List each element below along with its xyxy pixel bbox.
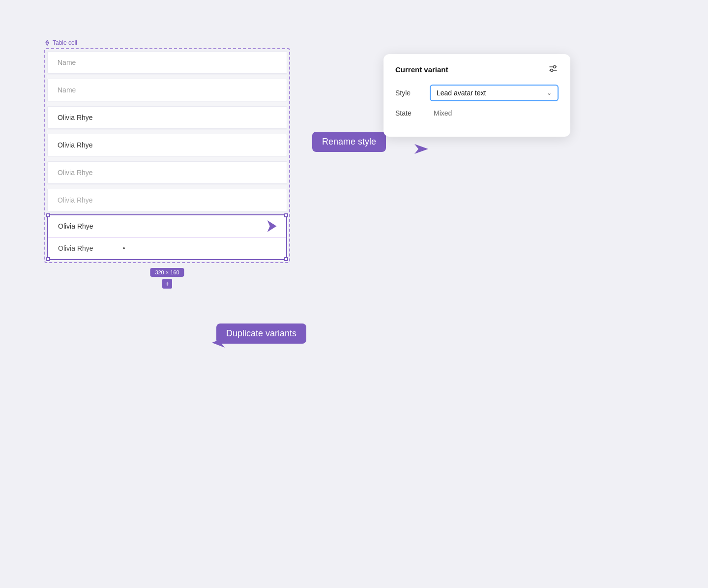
add-variant-button[interactable]: + bbox=[162, 279, 172, 289]
table-row: Name bbox=[47, 79, 287, 101]
state-label: State bbox=[395, 109, 430, 117]
selected-row-top: Olivia Rhye bbox=[48, 215, 286, 237]
row-spacer bbox=[47, 102, 287, 106]
svg-point-6 bbox=[551, 69, 553, 72]
panel-title: Current variant bbox=[395, 65, 448, 74]
table-cell-outline: Name Name Olivia Rhye Olivia Rhye Olivia… bbox=[44, 48, 290, 263]
style-value: Lead avatar text bbox=[437, 89, 486, 97]
row-spacer bbox=[47, 157, 287, 161]
table-row: Olivia Rhye bbox=[47, 189, 287, 211]
tooltip-duplicate-arrow bbox=[210, 337, 225, 351]
chevron-down-icon: ⌄ bbox=[547, 89, 552, 96]
row-spacer bbox=[47, 75, 287, 79]
table-cell-container: Table cell Name Name Olivia Rhye Olivia … bbox=[44, 39, 290, 263]
style-label: Style bbox=[395, 89, 430, 97]
sliders-icon[interactable] bbox=[548, 64, 559, 75]
cursor-arrow-icon bbox=[264, 218, 279, 234]
dimension-badge: 320 × 160 bbox=[150, 268, 184, 277]
rename-style-tooltip: Rename style bbox=[312, 132, 386, 152]
dot-indicator bbox=[123, 247, 125, 249]
style-row: Style Lead avatar text ⌄ bbox=[395, 85, 559, 101]
state-value: Mixed bbox=[434, 109, 452, 117]
svg-marker-0 bbox=[266, 219, 277, 233]
row-spacer bbox=[47, 130, 287, 134]
duplicate-variants-tooltip: Duplicate variants bbox=[216, 323, 306, 344]
table-row: Olivia Rhye bbox=[47, 134, 287, 156]
table-row: Olivia Rhye bbox=[47, 106, 287, 129]
state-row: State Mixed bbox=[395, 109, 559, 117]
svg-marker-1 bbox=[414, 144, 428, 154]
selected-row-bottom: Olivia Rhye bbox=[48, 237, 286, 259]
table-cell-title: Table cell bbox=[53, 39, 77, 46]
row-spacer bbox=[47, 185, 287, 189]
svg-point-4 bbox=[554, 66, 556, 68]
table-row: Olivia Rhye bbox=[47, 161, 287, 184]
panel-header: Current variant bbox=[395, 64, 559, 75]
variant-panel: Current variant Style Lead avatar text ⌄… bbox=[384, 54, 570, 137]
selected-section: Olivia Rhye Olivia Rhye bbox=[47, 214, 287, 260]
svg-marker-2 bbox=[212, 338, 225, 348]
style-dropdown[interactable]: Lead avatar text ⌄ bbox=[430, 85, 559, 101]
diamond-icon bbox=[44, 40, 50, 46]
table-cell-label: Table cell bbox=[44, 39, 290, 46]
tooltip-rename-arrow bbox=[414, 142, 434, 158]
table-row: Name bbox=[47, 51, 287, 74]
